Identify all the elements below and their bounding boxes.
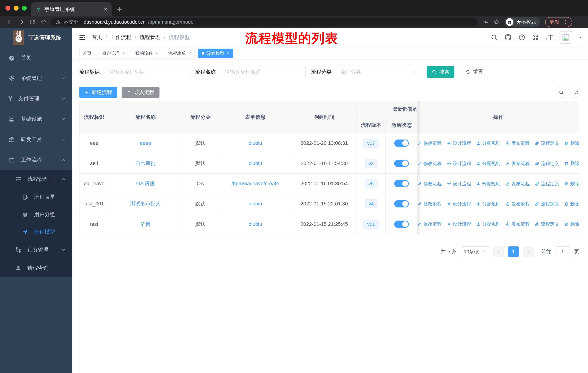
sidebar-item-home[interactable]: 首页 xyxy=(0,48,72,68)
prev-page-button[interactable]: ‹ xyxy=(493,246,504,257)
process-definition-link[interactable]: 流程定义 xyxy=(535,161,559,166)
tab-close-icon[interactable]: × xyxy=(104,6,107,12)
assign-rule-link[interactable]: 分配规则 xyxy=(476,161,500,166)
password-key-icon[interactable] xyxy=(483,19,489,25)
design-process-link[interactable]: 设计流程 xyxy=(447,221,471,227)
assign-rule-link[interactable]: 分配规则 xyxy=(476,221,500,227)
active-toggle[interactable] xyxy=(394,160,409,167)
process-name-link[interactable]: 测试多审批人 xyxy=(130,200,161,207)
process-name-input[interactable] xyxy=(220,66,306,78)
tag-close-icon[interactable]: × xyxy=(122,51,125,56)
back-icon[interactable] xyxy=(7,19,13,25)
tag-home[interactable]: 首页 xyxy=(79,49,95,58)
assign-rule-link[interactable]: 分配规则 xyxy=(476,140,500,146)
delete-link[interactable]: 删除 xyxy=(564,201,579,207)
delete-link[interactable]: 删除 xyxy=(564,181,579,187)
kebab-menu-icon[interactable] xyxy=(563,19,568,25)
process-name-link[interactable]: OA 请假 xyxy=(136,180,155,187)
help-question-icon[interactable] xyxy=(518,34,525,41)
search-button[interactable]: 搜索 xyxy=(427,66,454,78)
text-size-icon[interactable]: TT xyxy=(545,33,553,42)
modify-process-link[interactable]: 修改流程 xyxy=(417,201,442,207)
design-process-link[interactable]: 设计流程 xyxy=(447,161,471,166)
breadcrumb-item[interactable]: 首页 xyxy=(92,34,102,41)
sidebar-item-process-model[interactable]: 流程模型 xyxy=(0,223,72,241)
process-name-link[interactable]: 滔博 xyxy=(140,221,151,228)
page-size-select[interactable]: 10条/页 xyxy=(461,246,489,257)
tag-my-process[interactable]: 我的流程 × xyxy=(132,49,161,58)
sidebar-item-user-group[interactable]: 用户分组 xyxy=(0,206,72,223)
fullscreen-icon[interactable] xyxy=(532,34,539,41)
avatar[interactable] xyxy=(560,31,572,43)
design-process-link[interactable]: 设计流程 xyxy=(447,181,471,187)
github-icon[interactable] xyxy=(504,33,512,41)
tag-tenant-mgmt[interactable]: 租户管理 × xyxy=(99,49,128,58)
process-definition-link[interactable]: 流程定义 xyxy=(535,181,559,187)
publish-process-link[interactable]: 发布流程 xyxy=(505,161,530,166)
sidebar-item-leave-query[interactable]: 请假查询 xyxy=(0,259,72,277)
sidebar-item-infra[interactable]: 基础设施 xyxy=(0,109,72,129)
browser-update-button[interactable]: 更新 xyxy=(545,17,572,27)
process-category-select[interactable]: 流程分类 xyxy=(336,66,421,78)
bookmark-star-icon[interactable] xyxy=(494,19,500,25)
search-icon[interactable] xyxy=(491,34,498,41)
publish-process-link[interactable]: 发布流程 xyxy=(505,221,530,227)
reload-icon[interactable] xyxy=(29,19,35,25)
tag-close-icon[interactable]: × xyxy=(189,51,191,56)
page-number-current[interactable]: 1 xyxy=(508,246,519,257)
active-toggle[interactable] xyxy=(394,200,409,207)
tag-process-model-active[interactable]: 流程模型 × xyxy=(198,49,233,58)
tag-close-icon[interactable]: × xyxy=(155,51,158,56)
assign-rule-link[interactable]: 分配规则 xyxy=(476,201,500,207)
form-info-link[interactable]: /bpm/oa/leave/create xyxy=(231,181,279,186)
window-close-button[interactable] xyxy=(5,6,10,10)
avatar-caret-down-icon[interactable] xyxy=(578,35,583,39)
process-definition-link[interactable]: 流程定义 xyxy=(535,140,559,146)
active-toggle[interactable] xyxy=(394,221,409,228)
modify-process-link[interactable]: 修改流程 xyxy=(417,181,442,187)
breadcrumb-item[interactable]: 工作流程 xyxy=(110,34,131,41)
publish-process-link[interactable]: 发布流程 xyxy=(505,201,530,207)
form-info-link[interactable]: biubiu xyxy=(248,201,262,207)
refresh-table-button[interactable] xyxy=(571,87,581,98)
form-info-link[interactable]: biubiu xyxy=(248,161,262,166)
import-process-button[interactable]: 导入流程 xyxy=(122,87,159,98)
tag-process-form[interactable]: 流程表单 × xyxy=(165,49,194,58)
show-search-toggle-button[interactable] xyxy=(556,87,567,98)
next-page-button[interactable]: › xyxy=(523,246,534,257)
sidebar-item-workflow[interactable]: 工作流程 xyxy=(0,150,72,170)
modify-process-link[interactable]: 修改流程 xyxy=(417,140,442,146)
breadcrumb-item[interactable]: 流程管理 xyxy=(139,34,161,41)
process-definition-link[interactable]: 流程定义 xyxy=(535,201,559,207)
sidebar-item-process-form[interactable]: 流程表单 xyxy=(0,188,72,206)
browser-tab[interactable]: 芋道管理系统 × xyxy=(31,2,112,16)
reset-button[interactable]: 重置 xyxy=(460,66,488,78)
window-minimize-button[interactable] xyxy=(14,6,19,10)
goto-page-input[interactable] xyxy=(556,246,570,257)
active-toggle[interactable] xyxy=(394,140,409,147)
delete-link[interactable]: 删除 xyxy=(564,140,579,146)
address-bar[interactable]: 不安全 dashboard.yudao.iocoder.cn/bpm/manag… xyxy=(51,18,478,26)
publish-process-link[interactable]: 发布流程 xyxy=(505,140,530,146)
new-tab-button[interactable]: + xyxy=(117,5,122,13)
create-process-button[interactable]: 新建流程 xyxy=(79,87,117,98)
home-icon[interactable] xyxy=(41,19,47,25)
forward-icon[interactable] xyxy=(18,19,24,25)
form-info-link[interactable]: biubiu xyxy=(248,221,262,227)
window-maximize-button[interactable] xyxy=(22,6,27,10)
delete-link[interactable]: 删除 xyxy=(564,161,579,166)
design-process-link[interactable]: 设计流程 xyxy=(447,140,471,146)
design-process-link[interactable]: 设计流程 xyxy=(447,201,471,207)
process-name-link[interactable]: eeee xyxy=(140,140,151,146)
sidebar-item-system[interactable]: 系统管理 xyxy=(0,68,72,89)
active-toggle[interactable] xyxy=(394,180,409,187)
sidebar-item-process-mgmt[interactable]: 流程管理 xyxy=(0,170,72,188)
modify-process-link[interactable]: 修改流程 xyxy=(417,161,442,166)
form-info-link[interactable]: biubiu xyxy=(248,140,262,146)
assign-rule-link[interactable]: 分配规则 xyxy=(476,181,500,187)
sidebar-item-task-mgmt[interactable]: 任务管理 xyxy=(0,241,72,259)
process-definition-link[interactable]: 流程定义 xyxy=(535,221,559,227)
publish-process-link[interactable]: 发布流程 xyxy=(505,181,530,187)
modify-process-link[interactable]: 修改流程 xyxy=(417,221,442,227)
sidebar-item-devtools[interactable]: 研发工具 xyxy=(0,129,72,150)
